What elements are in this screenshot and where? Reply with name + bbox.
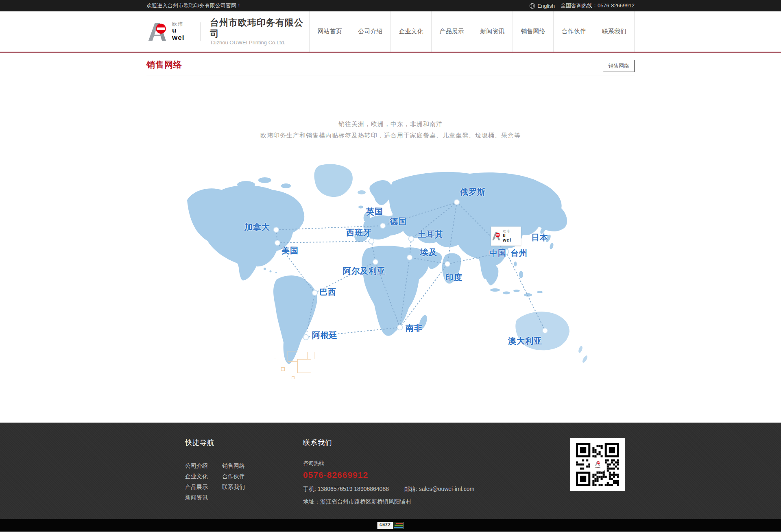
nav-item-公司介绍[interactable]: 公司介绍 [350, 11, 390, 52]
cnzz-badge[interactable]: CNZZ [377, 522, 404, 529]
map-label-argentina: 阿根廷 [312, 330, 338, 341]
map-node-canada [274, 227, 279, 233]
map-label-uk: 英国 [366, 206, 383, 217]
topbar: 欢迎进入台州市欧玮印务有限公司官网！ English 全国咨询热线：0576-8… [0, 0, 781, 11]
map-label-德国: 德国 [390, 216, 407, 227]
map-node-spain [369, 239, 374, 244]
map-node-egypt [407, 255, 412, 260]
contact-title: 联系我们 [303, 438, 555, 447]
auwei-logo-icon [146, 22, 168, 42]
map-label-southafrica: 南非 [406, 323, 423, 334]
map-node-turkey [409, 236, 414, 242]
nav-item-新闻资讯[interactable]: 新闻资讯 [472, 11, 513, 52]
continents [187, 164, 588, 364]
map-node-uk [380, 223, 386, 229]
nav-item-合作伙伴[interactable]: 合作伙伴 [553, 11, 594, 52]
decorative-square [288, 351, 298, 362]
language-switch[interactable]: English [529, 3, 555, 9]
map-label-usa: 美国 [281, 245, 299, 256]
globe-icon [529, 3, 535, 9]
nav-item-产品展示[interactable]: 产品展示 [431, 11, 472, 52]
page-title: 销售网络 [146, 59, 635, 70]
world-map-svg [185, 161, 596, 381]
map-node-algeria [373, 259, 378, 265]
hotline-number: 0576-82669912 [303, 470, 555, 480]
intro-line2: 欧玮印务生产和销售模内贴标签及热转印，适合用于家庭餐桌、儿童坐凳、垃圾桶、果盒等 [0, 130, 781, 141]
address-text: 地址：浙江省台州市路桥区新桥镇凤阳铺村 [303, 498, 555, 506]
map-node-australia [543, 328, 548, 334]
map-label-egypt: 埃及 [420, 247, 437, 258]
intro-text: 销往美洲，欧洲，中东，非洲和南洋 欧玮印务生产和销售模内贴标签及热转印，适合用于… [0, 118, 781, 141]
decorative-square [292, 376, 295, 379]
intro-line1: 销往美洲，欧洲，中东，非洲和南洋 [0, 118, 781, 130]
logo-divider [200, 22, 201, 41]
footer-link-企业文化[interactable]: 企业文化 [185, 471, 208, 482]
map-node-india [445, 262, 450, 267]
map-node-argentina [303, 335, 309, 340]
map-label-canada: 加拿大 [244, 222, 270, 233]
language-label: English [537, 3, 555, 9]
cnzz-stripes-icon [393, 522, 404, 529]
quicknav-col2: 销售网络合作伙伴联系我们 [222, 460, 245, 503]
decorative-square [297, 359, 311, 373]
footer-quicknav: 快捷导航 公司介绍企业文化产品展示新闻资讯 销售网络合作伙伴联系我们 [185, 438, 245, 503]
sales-network-map: 加拿大美国英国西班牙俄罗斯土耳其埃及阿尔及利亚印度中国巴西阿根廷南非澳大利亚德国… [185, 161, 596, 381]
brand-en: u wei [172, 27, 191, 41]
hotline-text: 全国咨询热线：0576-82669912 [561, 2, 635, 9]
quicknav-col1: 公司介绍企业文化产品展示新闻资讯 [185, 460, 208, 503]
welcome-text: 欢迎进入台州市欧玮印务有限公司官网！ [146, 2, 242, 9]
footer-link-新闻资讯[interactable]: 新闻资讯 [185, 492, 208, 503]
auwei-logo-icon [594, 461, 601, 466]
map-node-southafrica [397, 325, 403, 330]
map-label-台州: 台州 [510, 248, 528, 259]
map-company-marker: 欧玮 u wei [491, 227, 521, 246]
map-label-algeria: 阿尔及利亚 [343, 266, 386, 277]
sales-network-button[interactable]: 销售网络 [603, 60, 635, 72]
nav-item-网站首页[interactable]: 网站首页 [309, 11, 350, 52]
map-node-russia [454, 200, 460, 205]
main-nav: 网站首页公司介绍企业文化产品展示新闻资讯销售网络合作伙伴联系我们 [309, 11, 635, 52]
site-footer: 快捷导航 公司介绍企业文化产品展示新闻资讯 销售网络合作伙伴联系我们 联系我们 … [0, 423, 781, 519]
brand-en: u wei [503, 233, 515, 242]
company-name-cn: 台州市欧玮印务有限公司 [210, 17, 309, 39]
quicknav-title: 快捷导航 [185, 438, 245, 447]
qr-code: uwei [570, 438, 625, 491]
site-header: 欧玮 u wei 台州市欧玮印务有限公司 Taizhou OUWEI Print… [0, 11, 781, 53]
footer-contact: 联系我们 咨询热线 0576-82669912 手机: 13806576519 … [303, 438, 555, 506]
nav-item-联系我们[interactable]: 联系我们 [594, 11, 635, 52]
map-label-spain: 西班牙 [346, 227, 372, 238]
map-node-brazil [312, 290, 318, 296]
qr-logo-text: uwei [595, 466, 600, 469]
decorative-square [307, 352, 314, 359]
map-label-日本: 日本 [531, 232, 548, 243]
nav-item-销售网络[interactable]: 销售网络 [513, 11, 553, 52]
decorative-square [274, 356, 276, 358]
footer-link-公司介绍[interactable]: 公司介绍 [185, 460, 208, 471]
page-head: 销售网络 销售网络 [146, 59, 635, 76]
footer-link-联系我们[interactable]: 联系我们 [222, 482, 245, 492]
footer-link-合作伙伴[interactable]: 合作伙伴 [222, 471, 245, 482]
map-label-turkey: 土耳其 [418, 229, 443, 240]
footer-link-产品展示[interactable]: 产品展示 [185, 482, 208, 492]
bottom-bar: CNZZ [0, 519, 781, 532]
map-label-brazil: 巴西 [319, 287, 336, 298]
auwei-logo-icon [491, 231, 501, 241]
qr-center-logo: uwei [591, 458, 604, 471]
hotline-label: 咨询热线 [303, 460, 555, 467]
nav-item-企业文化[interactable]: 企业文化 [390, 11, 431, 52]
map-label-australia: 澳大利亚 [508, 336, 542, 347]
map-node-usa [275, 240, 280, 246]
site-logo[interactable]: 欧玮 u wei 台州市欧玮印务有限公司 Taizhou OUWEI Print… [146, 11, 309, 52]
footer-link-销售网络[interactable]: 销售网络 [222, 460, 245, 471]
map-label-russia: 俄罗斯 [460, 187, 486, 198]
email-text[interactable]: 邮箱: sales@ouwei-iml.com [404, 486, 474, 493]
map-label-india: 印度 [445, 272, 462, 283]
cnzz-label: CNZZ [377, 522, 393, 529]
company-name-en: Taizhou OUWEI Printing Co.Ltd. [210, 39, 309, 46]
decorative-square [281, 367, 285, 371]
map-label-china: 中国 [489, 248, 506, 259]
mobile-numbers: 手机: 13806576519 18906864088 [303, 486, 389, 493]
